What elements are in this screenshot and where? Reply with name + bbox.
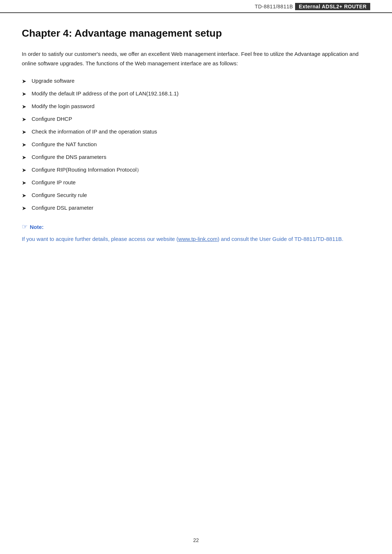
list-item: ➤Modify the login password: [22, 102, 370, 111]
list-item: ➤Configure the DNS parameters: [22, 153, 370, 162]
note-text-before-link: If you want to acquire further details, …: [22, 236, 178, 242]
bullet-arrow-icon: ➤: [22, 102, 26, 111]
list-item-text: Upgrade software: [32, 77, 74, 85]
note-link[interactable]: www.tp-link.com: [178, 236, 217, 242]
list-item: ➤Configure RIP(Routing Information Proto…: [22, 165, 370, 175]
bullet-arrow-icon: ➤: [22, 153, 26, 162]
list-item: ➤Configure DHCP: [22, 115, 370, 124]
list-item-text: Modify the login password: [32, 102, 94, 111]
bullet-arrow-icon: ➤: [22, 178, 26, 187]
header-product: External ADSL2+ ROUTER: [295, 3, 370, 10]
chapter-title: Chapter 4: Advantage management setup: [22, 28, 370, 39]
bullet-arrow-icon: ➤: [22, 115, 26, 124]
list-item-text: Configure IP route: [32, 178, 75, 187]
list-item: ➤Configure DSL parameter: [22, 204, 370, 213]
header-model-text: TD-8811/8811B: [255, 4, 293, 9]
note-label: ☞ Note:: [22, 223, 370, 231]
bullet-arrow-icon: ➤: [22, 191, 26, 200]
note-icon: ☞: [22, 223, 28, 231]
list-item: ➤Modify the default IP address of the po…: [22, 89, 370, 98]
list-item: ➤Configure IP route: [22, 178, 370, 187]
list-item-text: Configure the NAT function: [32, 140, 97, 149]
list-item-text: Modify the default IP address of the por…: [32, 89, 179, 98]
bullet-arrow-icon: ➤: [22, 77, 26, 86]
list-item-text: Configure the DNS parameters: [32, 153, 106, 161]
note-section: ☞ Note: If you want to acquire further d…: [22, 223, 370, 244]
list-item: ➤Check the information of IP and the ope…: [22, 127, 370, 136]
list-item-text: Configure DHCP: [32, 115, 72, 123]
bullet-arrow-icon: ➤: [22, 166, 26, 175]
list-item: ➤Configure Security rule: [22, 191, 370, 200]
bullet-arrow-icon: ➤: [22, 140, 26, 149]
note-text-after-link: ) and consult the User Guide of TD-8811/…: [217, 236, 343, 242]
bullet-arrow-icon: ➤: [22, 90, 26, 98]
page-number: 22: [193, 537, 199, 543]
bullet-list: ➤Upgrade software➤Modify the default IP …: [22, 77, 370, 213]
list-item-text: Configure Security rule: [32, 191, 87, 200]
list-item-text: Configure DSL parameter: [32, 204, 93, 212]
list-item-text: Check the information of IP and the oper…: [32, 127, 157, 136]
content-area: Chapter 4: Advantage management setup In…: [0, 13, 392, 272]
bullet-arrow-icon: ➤: [22, 128, 26, 136]
list-item: ➤Configure the NAT function: [22, 140, 370, 149]
intro-paragraph: In order to satisfy our customer's needs…: [22, 49, 370, 68]
page-container: TD-8811/8811B External ADSL2+ ROUTER Cha…: [0, 0, 392, 554]
header-bar: TD-8811/8811B External ADSL2+ ROUTER: [0, 0, 392, 13]
page-footer: 22: [0, 537, 392, 543]
list-item-text: Configure RIP(Routing Information Protoc…: [32, 165, 142, 174]
note-content: If you want to acquire further details, …: [22, 234, 370, 244]
list-item: ➤Upgrade software: [22, 77, 370, 86]
header-model: TD-8811/8811B: [255, 4, 293, 9]
bullet-arrow-icon: ➤: [22, 204, 26, 213]
note-label-text: Note:: [30, 224, 44, 230]
